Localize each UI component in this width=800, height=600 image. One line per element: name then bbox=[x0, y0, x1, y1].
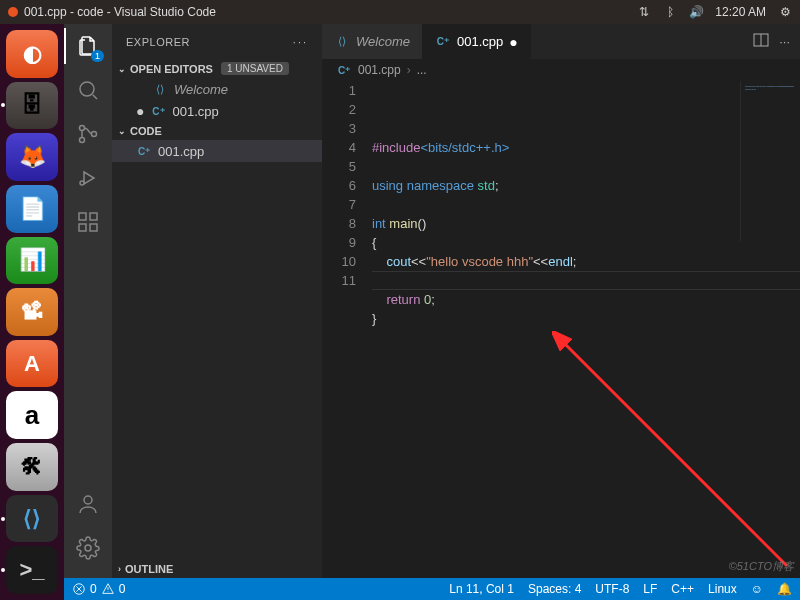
launcher-libre-writer[interactable]: 📄 bbox=[6, 185, 58, 233]
settings-gear-icon[interactable] bbox=[74, 534, 102, 562]
status-line-col[interactable]: Ln 11, Col 1 bbox=[449, 582, 514, 596]
launcher-files[interactable]: 🗄 bbox=[6, 82, 58, 130]
status-language[interactable]: C++ bbox=[671, 582, 694, 596]
extensions-icon[interactable] bbox=[74, 208, 102, 236]
file-label: 001.cpp bbox=[172, 104, 218, 119]
svg-point-4 bbox=[80, 181, 84, 185]
vscode-icon: ⟨⟩ bbox=[334, 34, 350, 50]
cpp-file-icon: C⁺ bbox=[150, 103, 166, 119]
dirty-dot-icon: ● bbox=[136, 103, 144, 119]
unity-launcher: ◐🗄🦊📄📊📽Aa🛠⟨⟩>_ bbox=[0, 24, 64, 600]
watermark: ©51CTO博客 bbox=[729, 559, 794, 574]
open-editors-header[interactable]: ⌄ OPEN EDITORS 1 UNSAVED bbox=[112, 59, 322, 78]
vscode-icon: ⟨⟩ bbox=[152, 81, 168, 97]
status-bar: 0 0 Ln 11, Col 1 Spaces: 4 UTF-8 LF C++ … bbox=[64, 578, 800, 600]
source-control-icon[interactable] bbox=[74, 120, 102, 148]
svg-point-2 bbox=[80, 138, 85, 143]
file-tree-item[interactable]: C⁺001.cpp bbox=[112, 140, 322, 162]
debug-icon[interactable] bbox=[74, 164, 102, 192]
window-title: 001.cpp - code - Visual Studio Code bbox=[24, 5, 216, 19]
current-line-highlight bbox=[372, 271, 800, 290]
network-icon[interactable]: ⇅ bbox=[637, 5, 651, 19]
launcher-ubuntu-dash[interactable]: ◐ bbox=[6, 30, 58, 78]
launcher-settings-tool[interactable]: 🛠 bbox=[6, 443, 58, 491]
tab-label: 001.cpp bbox=[457, 34, 503, 49]
cpp-file-icon: C⁺ bbox=[336, 62, 352, 78]
line-number-gutter: 1234567891011 bbox=[322, 81, 372, 578]
launcher-amazon[interactable]: a bbox=[6, 391, 58, 439]
minimap[interactable]: ▬▬▬▬▬ ▬▬ ▬▬▬ ▬▬▬▬ ▬ ▬▬▬▬▬▬▬▬ ▬▬▬ ▬ ▬ bbox=[740, 81, 800, 241]
status-feedback-icon[interactable]: ☺ bbox=[751, 582, 763, 596]
svg-point-0 bbox=[80, 82, 94, 96]
launcher-firefox[interactable]: 🦊 bbox=[6, 133, 58, 181]
svg-rect-6 bbox=[79, 224, 86, 231]
status-bell-icon[interactable]: 🔔 bbox=[777, 582, 792, 596]
status-eol[interactable]: LF bbox=[643, 582, 657, 596]
open-editor-item[interactable]: ⟨⟩Welcome bbox=[112, 78, 322, 100]
outline-header[interactable]: › OUTLINE bbox=[112, 560, 322, 578]
explorer-sidebar: EXPLORER ··· ⌄ OPEN EDITORS 1 UNSAVED ⟨⟩… bbox=[112, 24, 322, 578]
status-os[interactable]: Linux bbox=[708, 582, 737, 596]
status-problems[interactable]: 0 0 bbox=[72, 582, 125, 596]
svg-rect-7 bbox=[90, 224, 97, 231]
svg-rect-5 bbox=[79, 213, 86, 220]
launcher-ubuntu-software[interactable]: A bbox=[6, 340, 58, 388]
ubuntu-top-panel: 001.cpp - code - Visual Studio Code ⇅ ᛒ … bbox=[0, 0, 800, 24]
file-label: Welcome bbox=[174, 82, 228, 97]
svg-point-9 bbox=[84, 496, 92, 504]
workspace-header[interactable]: ⌄ CODE bbox=[112, 122, 322, 140]
editor-main: ⟨⟩WelcomeC⁺001.cpp● ··· C⁺ 001.cpp › ...… bbox=[322, 24, 800, 578]
explorer-badge: 1 bbox=[91, 50, 104, 62]
more-actions-icon[interactable]: ··· bbox=[779, 34, 790, 49]
dirty-dot-icon: ● bbox=[509, 34, 517, 50]
tab-label: Welcome bbox=[356, 34, 410, 49]
sound-icon[interactable]: 🔊 bbox=[689, 5, 703, 19]
search-icon[interactable] bbox=[74, 76, 102, 104]
cpp-file-icon: C⁺ bbox=[136, 143, 152, 159]
breadcrumb[interactable]: C⁺ 001.cpp › ... bbox=[322, 59, 800, 81]
window-close-dot-icon[interactable] bbox=[8, 7, 18, 17]
gear-icon[interactable]: ⚙ bbox=[778, 5, 792, 19]
bluetooth-icon[interactable]: ᛒ bbox=[663, 5, 677, 19]
clock[interactable]: 12:20 AM bbox=[715, 5, 766, 19]
cpp-file-icon: C⁺ bbox=[435, 34, 451, 50]
chevron-down-icon: ⌄ bbox=[118, 64, 126, 74]
chevron-down-icon: ⌄ bbox=[118, 126, 126, 136]
explorer-icon[interactable]: 1 bbox=[74, 32, 102, 60]
chevron-right-icon: › bbox=[118, 564, 121, 574]
system-tray: ⇅ ᛒ 🔊 12:20 AM ⚙ bbox=[637, 5, 792, 19]
launcher-vscode[interactable]: ⟨⟩ bbox=[6, 495, 58, 543]
svg-point-10 bbox=[85, 545, 91, 551]
unsaved-badge: 1 UNSAVED bbox=[221, 62, 289, 75]
explorer-more-icon[interactable]: ··· bbox=[293, 36, 308, 48]
status-spaces[interactable]: Spaces: 4 bbox=[528, 582, 581, 596]
file-label: 001.cpp bbox=[158, 144, 204, 159]
editor-tab[interactable]: ⟨⟩Welcome bbox=[322, 24, 423, 59]
editor-tab[interactable]: C⁺001.cpp● bbox=[423, 24, 531, 59]
code-area[interactable]: #include<bits/stdc++.h> using namespace … bbox=[372, 81, 800, 578]
launcher-terminal[interactable]: >_ bbox=[6, 546, 58, 594]
launcher-libre-calc[interactable]: 📊 bbox=[6, 237, 58, 285]
explorer-title: EXPLORER bbox=[126, 36, 190, 48]
vscode-window: 1 EXPLORER ··· ⌄ OPEN EDIT bbox=[64, 24, 800, 600]
svg-rect-8 bbox=[90, 213, 97, 220]
accounts-icon[interactable] bbox=[74, 490, 102, 518]
activity-bar: 1 bbox=[64, 24, 112, 578]
svg-point-1 bbox=[80, 126, 85, 131]
status-encoding[interactable]: UTF-8 bbox=[595, 582, 629, 596]
open-editor-item[interactable]: ●C⁺001.cpp bbox=[112, 100, 322, 122]
code-editor[interactable]: 1234567891011 #include<bits/stdc++.h> us… bbox=[322, 81, 800, 578]
editor-tabs: ⟨⟩WelcomeC⁺001.cpp● ··· bbox=[322, 24, 800, 59]
svg-point-3 bbox=[92, 132, 97, 137]
launcher-libre-impress[interactable]: 📽 bbox=[6, 288, 58, 336]
split-editor-icon[interactable] bbox=[753, 32, 769, 51]
chevron-right-icon: › bbox=[407, 63, 411, 77]
